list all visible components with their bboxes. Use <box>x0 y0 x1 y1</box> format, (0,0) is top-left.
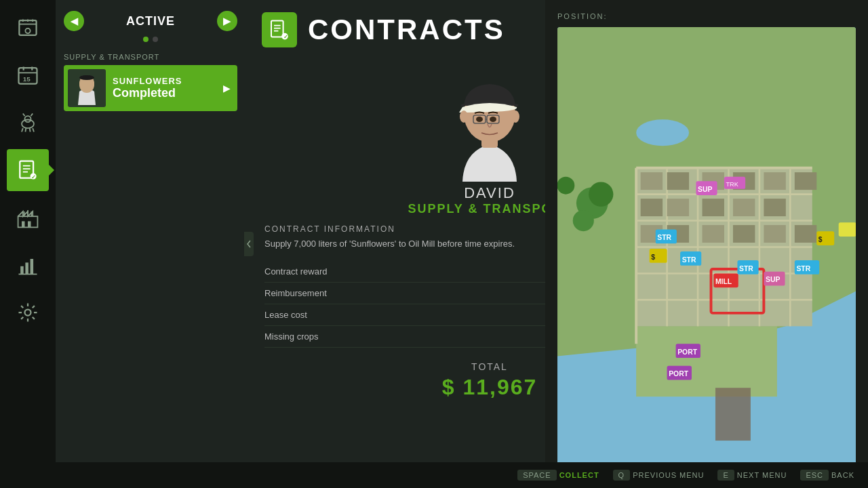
panel-toggle-icon <box>246 240 252 248</box>
hotkey-collect-label: COLLECT <box>559 471 599 479</box>
dot-2 <box>153 37 158 42</box>
contract-info: SUNFLOWERS Completed <box>113 76 223 100</box>
contract-crop-name: SUNFLOWERS <box>113 76 223 86</box>
hotkey-prevmenu-label: PREVIOUS MENU <box>633 471 704 479</box>
svg-text:STR: STR <box>739 265 753 272</box>
stats-icon <box>16 253 40 277</box>
sidebar-item-animals[interactable] <box>7 102 49 144</box>
map-container[interactable]: SUP STR STR MILL STR SUP STR $ $ PORT PO… <box>557 27 856 476</box>
svg-text:✓: ✓ <box>31 174 36 180</box>
active-title: ACTIVE <box>126 14 175 28</box>
contracts-header-icon: ✓ <box>262 12 297 47</box>
left-panel: ◀ ACTIVE ▶ SUPPLY & TRANSPORT SUNFLOWERS… <box>56 0 245 488</box>
svg-text:PORT: PORT <box>669 370 688 378</box>
svg-rect-63 <box>764 225 785 243</box>
sidebar-item-map[interactable] <box>7 7 49 49</box>
svg-text:STR: STR <box>796 265 810 272</box>
character-svg <box>422 60 557 182</box>
sidebar-item-settings[interactable] <box>7 291 49 333</box>
sidebar-item-factory[interactable] <box>7 197 49 239</box>
table-cell-label: Reimbursement <box>264 283 555 304</box>
position-label: POSITION: <box>557 12 856 20</box>
contracts-page-icon: ✓ <box>269 19 290 41</box>
svg-rect-48 <box>641 172 663 190</box>
svg-rect-55 <box>667 199 689 216</box>
svg-text:TRK: TRK <box>726 181 738 188</box>
svg-text:PORT: PORT <box>677 348 697 356</box>
svg-rect-14 <box>31 259 34 274</box>
svg-text:$: $ <box>818 236 823 243</box>
svg-rect-94 <box>715 388 751 441</box>
settings-icon <box>16 300 40 325</box>
svg-rect-56 <box>703 199 724 216</box>
svg-text:$: $ <box>651 253 655 261</box>
table-cell-label: Lease cost <box>264 304 555 326</box>
hotkey-e-group: E NEXT MENU <box>717 470 787 481</box>
bottom-bar: SPACE COLLECT Q PREVIOUS MENU E NEXT MEN… <box>0 462 868 488</box>
svg-rect-64 <box>795 225 816 243</box>
map-icon <box>16 16 40 40</box>
dot-1 <box>143 37 149 42</box>
hotkey-q-group: Q PREVIOUS MENU <box>613 470 705 481</box>
svg-text:STR: STR <box>657 234 671 241</box>
svg-rect-57 <box>733 199 755 216</box>
next-arrow-button[interactable]: ▶ <box>217 11 237 31</box>
hotkey-space-group: SPACE COLLECT <box>517 470 599 481</box>
svg-rect-52 <box>764 172 785 190</box>
svg-rect-54 <box>641 199 663 216</box>
prev-arrow-button[interactable]: ◀ <box>64 11 84 31</box>
character-name: DAVID <box>464 184 515 202</box>
contracts-icon-sidebar: ✓ <box>16 158 40 182</box>
hotkey-e-key: E <box>717 470 734 481</box>
svg-rect-49 <box>667 172 689 190</box>
svg-point-66 <box>589 182 613 206</box>
contract-list-item[interactable]: SUNFLOWERS Completed ▶ <box>64 65 237 111</box>
avatar-image <box>70 71 104 105</box>
svg-point-31 <box>511 110 519 123</box>
svg-point-29 <box>490 117 496 122</box>
sidebar-item-contracts[interactable]: ✓ <box>7 149 49 191</box>
active-dots <box>56 37 245 47</box>
hotkey-space-key: SPACE <box>517 470 556 481</box>
svg-rect-12 <box>20 266 24 274</box>
svg-rect-10 <box>22 221 25 227</box>
svg-text:SUP: SUP <box>766 276 780 283</box>
svg-point-30 <box>460 110 468 123</box>
svg-text:MILL: MILL <box>715 278 732 285</box>
contract-status: Completed <box>113 86 223 100</box>
svg-text:STR: STR <box>682 256 696 264</box>
svg-point-68 <box>557 177 574 195</box>
panel-toggle-button[interactable] <box>244 232 254 256</box>
table-cell-label: Missing crops <box>264 326 555 348</box>
svg-rect-19 <box>79 75 94 80</box>
svg-point-69 <box>636 119 689 146</box>
svg-rect-11 <box>28 221 31 227</box>
svg-text:✓: ✓ <box>283 34 288 40</box>
svg-point-28 <box>476 117 483 122</box>
hotkey-back-label: BACK <box>831 471 854 479</box>
factory-icon <box>16 205 40 230</box>
active-header: ◀ ACTIVE ▶ <box>56 0 245 37</box>
svg-rect-62 <box>733 225 755 243</box>
sidebar-item-stats[interactable] <box>7 244 49 286</box>
hotkey-esc-key: ESC <box>800 470 829 481</box>
contract-item-arrow: ▶ <box>223 83 231 94</box>
svg-point-1 <box>25 28 30 33</box>
calendar-icon: 15 <box>16 63 40 87</box>
sidebar-item-calendar[interactable]: 15 <box>7 54 49 96</box>
svg-text:15: 15 <box>23 75 31 83</box>
svg-point-15 <box>25 310 31 316</box>
page-title: CONTRACTS <box>308 14 505 46</box>
table-cell-label: Contract reward <box>264 261 555 283</box>
sidebar: 15 ✓ <box>0 0 56 488</box>
section-label: SUPPLY & TRANSPORT <box>56 47 245 65</box>
contract-avatar <box>68 69 106 107</box>
svg-rect-13 <box>25 262 28 274</box>
svg-rect-20 <box>271 20 283 37</box>
svg-rect-53 <box>795 172 816 190</box>
character-portrait <box>422 60 557 182</box>
svg-point-67 <box>573 210 594 231</box>
svg-rect-34 <box>636 326 777 396</box>
svg-rect-89 <box>839 222 856 237</box>
right-panel: POSITION: <box>545 0 868 488</box>
